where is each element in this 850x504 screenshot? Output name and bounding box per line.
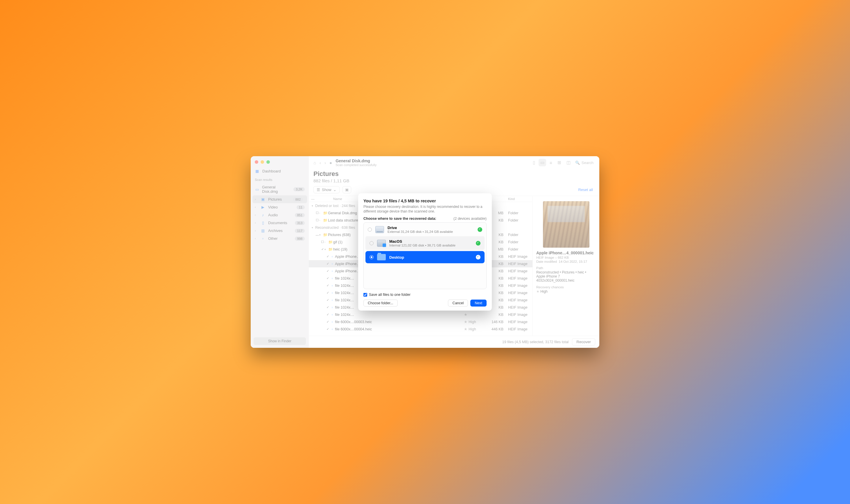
sidebar-section-header: Scan results bbox=[251, 175, 309, 183]
preview-path-value: Reconstructed • Pictures • heic • Apple … bbox=[536, 270, 596, 283]
view-columns-icon[interactable]: ◫ bbox=[565, 159, 572, 166]
preview-chances-label: Recovery chances bbox=[536, 285, 596, 289]
chevron-right-icon: › bbox=[255, 229, 258, 232]
sidebar-item-label: Documents bbox=[268, 221, 287, 225]
search-input[interactable]: 🔍 Search bbox=[574, 159, 595, 166]
window-controls bbox=[251, 159, 309, 167]
file-icon: ▫ bbox=[330, 276, 335, 281]
check-icon bbox=[476, 255, 480, 259]
devices-available: (2 devices available) bbox=[454, 217, 486, 221]
col-kind[interactable]: Kind bbox=[506, 197, 532, 201]
check-icon bbox=[476, 241, 480, 246]
file-icon: ▫ bbox=[330, 305, 335, 309]
minimize-icon[interactable] bbox=[261, 160, 264, 164]
sidebar-item-archives[interactable]: › ▥ Archives 117 bbox=[251, 227, 309, 235]
count-badge: 11 bbox=[297, 205, 305, 209]
toolbar-title: General Disk.dmg bbox=[336, 159, 376, 163]
radio-icon[interactable] bbox=[368, 228, 372, 232]
filter-icon: ☰ bbox=[317, 187, 320, 192]
sidebar-item-audio[interactable]: › ♪ Audio 851 bbox=[251, 211, 309, 219]
destination-macos[interactable]: MacOS Internal 121,02 GB disk • 38,71 GB… bbox=[366, 236, 484, 250]
table-row[interactable]: ✓ ▫ file 6000x…00004.heic★ High 446 KBHE… bbox=[309, 325, 532, 333]
preview-date-value: 14 Oct 2022, 15:17 bbox=[559, 260, 587, 263]
preview-thumbnail bbox=[543, 201, 589, 248]
disk-icon: ▭ bbox=[255, 187, 259, 192]
table-row[interactable]: ✓ ▫ file 6000x…00003.heic★ High 146 KBHE… bbox=[309, 318, 532, 325]
chevron-right-icon: › bbox=[255, 205, 258, 209]
folder-icon: 📁 bbox=[328, 240, 333, 244]
choose-folder-button[interactable]: Choose folder... bbox=[364, 300, 398, 307]
count-badge: 851 bbox=[295, 213, 305, 217]
video-icon: ▶ bbox=[261, 205, 265, 209]
file-icon: ▫ bbox=[330, 298, 335, 302]
sidebar-item-other[interactable]: › ▫ Other 998 bbox=[251, 235, 309, 242]
page-subtitle: 882 files / 1,11 GB bbox=[314, 178, 595, 183]
file-icon: ▫ bbox=[330, 291, 335, 295]
sidebar: ▦ Dashboard Scan results ▭ General Disk.… bbox=[251, 156, 309, 348]
folder-icon: 📁 bbox=[328, 247, 333, 251]
count-badge: 998 bbox=[295, 237, 305, 241]
check-icon bbox=[478, 227, 482, 232]
preview-date-label: Date modified bbox=[536, 260, 557, 263]
type-filter[interactable]: ▣ bbox=[342, 186, 351, 193]
status-check-icon: ● bbox=[330, 160, 332, 165]
preview-filename: Apple iPhone…4_000001.heic bbox=[536, 251, 596, 255]
document-icon: ▯ bbox=[261, 221, 265, 225]
file-icon: ▫ bbox=[330, 320, 335, 324]
radio-icon[interactable] bbox=[370, 255, 374, 259]
show-filter-button[interactable]: ☰ Show ⌄ bbox=[314, 186, 340, 193]
view-grid-icon[interactable]: ⊞ bbox=[556, 159, 563, 166]
destination-desktop[interactable]: Desktop bbox=[366, 251, 484, 263]
chevron-right-icon: › bbox=[255, 213, 258, 217]
sidebar-item-pictures[interactable]: › ▣ Pictures 882 bbox=[252, 195, 307, 203]
sidebar-item-label: Video bbox=[268, 205, 278, 209]
forward-icon[interactable]: › bbox=[324, 160, 326, 165]
reset-all-link[interactable]: Reset all bbox=[578, 187, 595, 192]
image-icon: ▣ bbox=[261, 197, 265, 201]
cancel-button[interactable]: Cancel bbox=[448, 300, 468, 307]
close-icon[interactable] bbox=[255, 160, 258, 164]
folder-icon bbox=[377, 254, 386, 260]
save-all-checkbox-row[interactable]: Save all files to one folder bbox=[364, 293, 486, 297]
next-button[interactable]: Next bbox=[470, 300, 486, 307]
dialog-description: Please choose recovery destination. It i… bbox=[364, 204, 486, 214]
page-heading: Pictures 882 files / 1,11 GB bbox=[309, 169, 599, 186]
music-icon: ♪ bbox=[261, 213, 265, 217]
external-disk-icon bbox=[375, 226, 384, 233]
file-icon: ▫ bbox=[330, 269, 335, 273]
star-icon: ★ bbox=[536, 289, 539, 293]
sidebar-item-disk[interactable]: ▭ General Disk.dmg 3,2K bbox=[251, 183, 309, 195]
file-icon: ▫ bbox=[330, 262, 335, 266]
destination-drive[interactable]: Drive External 31,24 GB disk • 31,24 GB … bbox=[364, 223, 486, 236]
show-in-finder-button[interactable]: Show in Finder bbox=[253, 337, 306, 345]
home-icon[interactable]: ⌂ bbox=[314, 160, 316, 165]
count-badge: 3,2K bbox=[294, 187, 305, 191]
sidebar-item-label: Archives bbox=[268, 229, 283, 233]
sidebar-item-video[interactable]: › ▶ Video 11 bbox=[251, 203, 309, 211]
file-icon: ▫ bbox=[330, 327, 335, 331]
toolbar-subtitle: Scan completed successfully bbox=[336, 163, 376, 167]
destination-title: MacOS bbox=[389, 239, 472, 244]
view-folder-icon[interactable]: ▭ bbox=[538, 159, 546, 166]
sidebar-item-dashboard[interactable]: ▦ Dashboard bbox=[251, 167, 309, 175]
app-window: ▦ Dashboard Scan results ▭ General Disk.… bbox=[251, 156, 599, 348]
folder-icon: 📁 bbox=[323, 218, 328, 222]
radio-icon[interactable] bbox=[370, 241, 374, 245]
table-row[interactable]: ✓ ▫ file 1024x…★ KBHEIF Image bbox=[309, 311, 532, 318]
grid-icon: ▦ bbox=[255, 169, 260, 173]
show-label: Show bbox=[322, 187, 332, 192]
save-all-checkbox[interactable] bbox=[364, 293, 367, 297]
view-doc-icon[interactable]: ▯ bbox=[531, 159, 537, 166]
preview-chances-value: ★ High bbox=[536, 289, 596, 293]
count-badge: 117 bbox=[295, 229, 305, 233]
back-icon[interactable]: ‹ bbox=[320, 160, 321, 165]
recover-button[interactable]: Recover bbox=[572, 338, 595, 345]
preview-pane: Apple iPhone…4_000001.heic HEIF Image – … bbox=[532, 196, 599, 336]
zoom-icon[interactable] bbox=[266, 160, 270, 164]
view-list-icon[interactable]: ≡ bbox=[548, 159, 554, 166]
file-icon: ▫ bbox=[330, 313, 335, 317]
selection-status: 19 files (4,5 MB) selected, 3172 files t… bbox=[502, 340, 569, 344]
destination-list: Drive External 31,24 GB disk • 31,24 GB … bbox=[364, 222, 486, 289]
chevron-right-icon: › bbox=[255, 221, 258, 224]
sidebar-item-documents[interactable]: › ▯ Documents 313 bbox=[251, 219, 309, 227]
